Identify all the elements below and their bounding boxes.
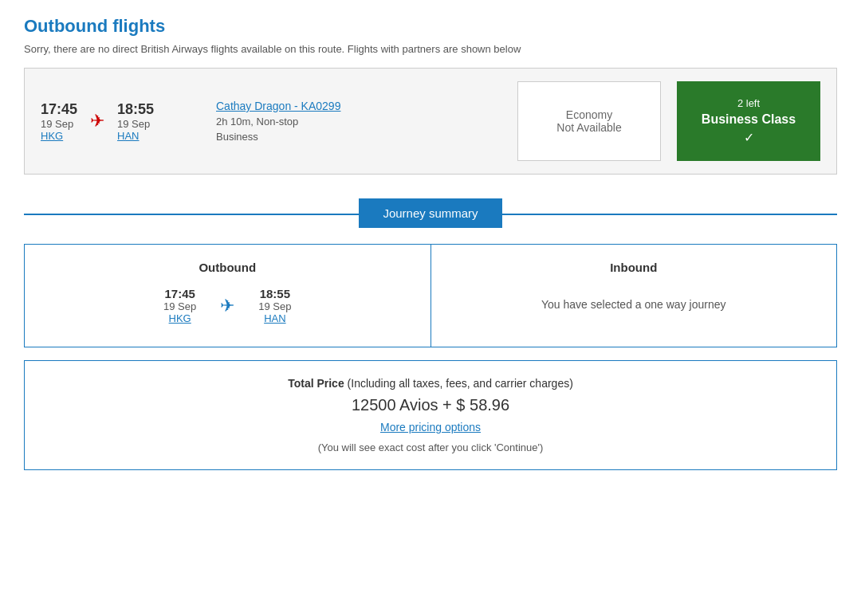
- depart-time: 17:45: [41, 101, 77, 118]
- outbound-arrive-airport[interactable]: HAN: [264, 312, 285, 324]
- outbound-depart-date: 19 Sep: [163, 300, 196, 312]
- total-price-suffix: (Including all taxes, fees, and carrier …: [344, 377, 573, 390]
- flight-times: 17:45 19 Sep HKG ✈ 18:55 19 Sep HAN: [41, 101, 200, 142]
- inbound-title: Inbound: [447, 261, 821, 274]
- business-seats-left: 2 left: [737, 97, 760, 109]
- outbound-arrive: 18:55 19 Sep HAN: [258, 287, 291, 324]
- flight-card: 17:45 19 Sep HKG ✈ 18:55 19 Sep HAN Cath…: [24, 68, 837, 175]
- inbound-col: Inbound You have selected a one way jour…: [431, 244, 838, 347]
- journey-summary-tab: Journey summary: [359, 198, 501, 228]
- business-class-button[interactable]: 2 left Business Class ✓: [677, 81, 820, 161]
- outbound-arrive-date: 19 Sep: [258, 300, 291, 312]
- journey-summary-header: Journey summary: [24, 198, 837, 228]
- journey-grid: Outbound 17:45 19 Sep HKG ✈ 18:55 19 Sep…: [24, 244, 837, 347]
- more-pricing-options-link[interactable]: More pricing options: [41, 421, 820, 434]
- economy-status: Not Available: [556, 121, 621, 134]
- plane-icon-red: ✈: [90, 111, 104, 131]
- depart-date: 19 Sep: [41, 118, 77, 130]
- price-box: Total Price (Including all taxes, fees, …: [24, 360, 837, 470]
- business-class-label: Business Class: [702, 112, 796, 127]
- page-subtitle: Sorry, there are no direct British Airwa…: [24, 43, 837, 55]
- one-way-text: You have selected a one way journey: [447, 298, 821, 311]
- price-amount: 12500 Avios + $ 58.96: [41, 396, 820, 414]
- economy-label: Economy: [566, 108, 612, 121]
- flight-duration: 2h 10m, Non-stop: [216, 116, 501, 128]
- selected-checkmark: ✓: [744, 130, 754, 145]
- outbound-flight-row: 17:45 19 Sep HKG ✈ 18:55 19 Sep HAN: [41, 287, 415, 324]
- arrival-block: 18:55 19 Sep HAN: [117, 101, 154, 142]
- page-title: Outbound flights: [24, 16, 837, 37]
- outbound-depart: 17:45 19 Sep HKG: [163, 287, 196, 324]
- price-note: (You will see exact cost after you click…: [41, 441, 820, 453]
- flight-details: Cathay Dragon - KA0299 2h 10m, Non-stop …: [216, 100, 501, 143]
- arrive-airport-link[interactable]: HAN: [117, 130, 154, 142]
- airline-link[interactable]: Cathay Dragon - KA0299: [216, 100, 340, 112]
- total-price-label: Total Price (Including all taxes, fees, …: [41, 377, 820, 390]
- outbound-depart-airport[interactable]: HKG: [169, 312, 191, 324]
- depart-airport-link[interactable]: HKG: [41, 130, 77, 142]
- departure-block: 17:45 19 Sep HKG: [41, 101, 77, 142]
- outbound-title: Outbound: [41, 261, 415, 274]
- arrive-time: 18:55: [117, 101, 154, 118]
- outbound-col: Outbound 17:45 19 Sep HKG ✈ 18:55 19 Sep…: [24, 244, 431, 347]
- economy-box: Economy Not Available: [517, 81, 661, 161]
- journey-plane-icon: ✈: [220, 296, 234, 316]
- arrive-date: 19 Sep: [117, 118, 154, 130]
- cabin-class: Business: [216, 131, 501, 143]
- outbound-arrive-time: 18:55: [260, 287, 290, 300]
- outbound-depart-time: 17:45: [164, 287, 195, 300]
- total-price-bold: Total Price: [288, 377, 344, 390]
